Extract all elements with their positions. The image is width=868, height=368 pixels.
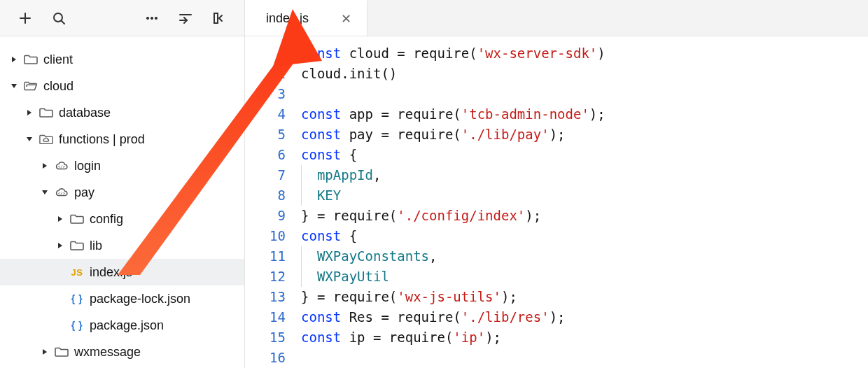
more-actions-button[interactable] [136,3,167,34]
tree-item-functions-prod[interactable]: functions | prod [0,126,244,153]
svg-rect-4 [214,13,218,23]
code-line[interactable]: KEY [301,185,868,206]
line-number: 13 [245,287,286,307]
editor-tab-bar: index.js ✕ [245,0,868,36]
chevron-down-icon[interactable] [25,135,34,143]
line-number: 1 [245,43,286,64]
toggle-sidebar-button[interactable] [204,3,234,34]
search-button[interactable] [43,3,74,34]
line-number: 9 [245,206,286,226]
chevron-right-icon[interactable] [41,162,49,170]
chevron-right-icon[interactable] [25,108,34,117]
tree-item-label: login [74,159,101,174]
chevron-right-icon[interactable] [10,55,18,64]
tree-item-label: index.js [90,265,132,280]
chevron-right-icon[interactable] [56,215,64,223]
line-number: 7 [245,165,286,185]
cloud-folder-icon [39,132,53,146]
line-number: 4 [245,104,286,125]
line-number: 2 [245,64,286,84]
code-area[interactable]: const cloud = require('wx-server-sdk')cl… [301,43,868,368]
json-file-icon: { } [70,292,84,306]
svg-point-2 [150,17,153,19]
code-line[interactable]: WXPayConstants, [301,246,868,267]
line-gutter: 12345678910111213141516 [245,43,301,368]
code-line[interactable] [301,84,868,104]
line-number: 11 [245,246,286,267]
folder-icon [24,52,38,66]
tree-item-package-json[interactable]: { }package.json [0,312,244,339]
folder-icon [39,106,53,120]
line-number: 5 [245,125,286,145]
line-number: 8 [245,185,286,206]
code-line[interactable]: } = require('./config/index'); [301,206,868,226]
tree-item-login[interactable]: </>login [0,153,244,179]
tree-item-lib[interactable]: lib [0,232,244,259]
code-line[interactable]: cloud.init() [301,64,868,84]
svg-text:</>: </> [58,191,66,195]
file-explorer[interactable]: client cloud database functions | prod <… [0,36,245,368]
tree-item-config[interactable]: config [0,206,244,232]
line-number: 16 [245,348,286,368]
chevron-down-icon[interactable] [10,82,18,90]
tree-item-label: lib [90,239,102,253]
tree-item-pay[interactable]: </>pay [0,179,244,206]
code-line[interactable]: const { [301,145,868,165]
line-number: 12 [245,267,286,287]
code-line[interactable]: const { [301,226,868,246]
svg-point-1 [146,17,148,19]
code-line[interactable]: const pay = require('./lib/pay'); [301,125,868,145]
code-line[interactable]: const Res = require('./lib/res'); [301,307,868,327]
code-editor[interactable]: 12345678910111213141516 const cloud = re… [245,36,868,368]
tree-item-label: database [59,106,111,120]
close-icon[interactable]: ✕ [341,11,351,27]
explorer-action-bar [0,0,245,36]
tree-item-package-lock-json[interactable]: { }package-lock.json [0,285,244,312]
tree-item-label: config [90,212,123,227]
folder-open-icon [24,79,38,93]
svg-point-3 [155,17,157,19]
tab-label: index.js [266,11,309,26]
svg-text:</>: </> [58,164,66,169]
line-number: 3 [245,84,286,104]
line-number: 14 [245,307,286,327]
chevron-right-icon[interactable] [41,348,49,356]
folder-icon [70,239,84,253]
code-line[interactable]: WXPayUtil [301,267,868,287]
folder-icon [70,212,84,226]
tree-item-label: package.json [90,318,164,333]
svg-point-0 [54,13,62,22]
tree-item-label: cloud [43,79,74,94]
tree-item-client[interactable]: client [0,46,244,73]
tree-item-wxmessage[interactable]: wxmessage [0,339,244,365]
code-line[interactable]: mpAppId, [301,165,868,185]
tree-item-cloud[interactable]: cloud [0,73,244,99]
chevron-down-icon[interactable] [41,188,49,197]
tree-item-label: pay [74,185,94,200]
code-line[interactable]: const cloud = require('wx-server-sdk') [301,43,868,64]
new-file-button[interactable] [10,3,41,34]
line-number: 10 [245,226,286,246]
cloud-icon: </> [55,185,69,199]
collapse-panel-button[interactable] [170,3,201,34]
code-line[interactable]: } = require('wx-js-utils'); [301,287,868,307]
folder-icon [55,345,69,359]
code-line[interactable] [301,348,868,368]
tree-item-index-js[interactable]: JSindex.js [0,259,244,285]
cloud-icon: </> [55,159,69,173]
tree-item-label: package-lock.json [90,292,190,306]
line-number: 6 [245,145,286,165]
js-file-icon: JS [70,265,84,279]
chevron-right-icon[interactable] [56,241,64,250]
tab-index-js[interactable]: index.js ✕ [245,0,368,36]
tree-item-label: functions | prod [59,132,145,147]
tree-item-label: client [43,52,73,67]
line-number: 15 [245,327,286,348]
tree-item-database[interactable]: database [0,99,244,126]
code-line[interactable]: const ip = require('ip'); [301,327,868,348]
tree-item-label: wxmessage [74,345,141,360]
code-line[interactable]: const app = require('tcb-admin-node'); [301,104,868,125]
json-file-icon: { } [70,318,84,332]
